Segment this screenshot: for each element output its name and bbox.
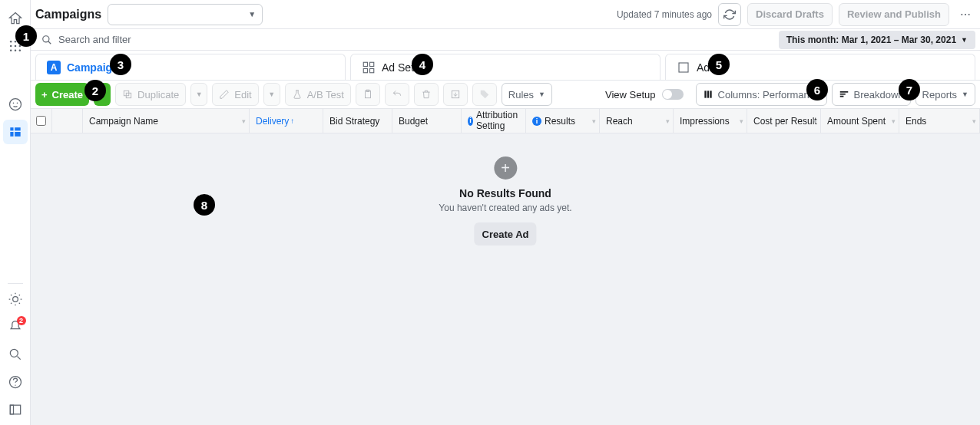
duplicate-button[interactable]: Duplicate bbox=[115, 83, 186, 106]
search-input[interactable] bbox=[58, 34, 768, 45]
search-icon bbox=[41, 35, 52, 45]
tab-ads[interactable]: Ads bbox=[665, 54, 975, 80]
updated-label: Updated 7 minutes ago bbox=[617, 9, 712, 20]
column-attribution[interactable]: iAttribution Setting bbox=[462, 109, 526, 133]
svg-point-5 bbox=[18, 45, 21, 48]
column-impressions[interactable]: Impressions▾ bbox=[674, 109, 747, 133]
discard-drafts-button[interactable]: Discard Drafts bbox=[747, 3, 833, 26]
reports-label: Reports bbox=[922, 89, 958, 100]
duplicate-dropdown[interactable]: ▼ bbox=[190, 83, 207, 106]
trash-button[interactable] bbox=[414, 83, 439, 106]
svg-rect-14 bbox=[10, 132, 13, 137]
plus-icon: + bbox=[41, 89, 48, 100]
svg-rect-26 bbox=[370, 62, 374, 66]
adsets-icon bbox=[362, 61, 376, 74]
svg-point-16 bbox=[10, 349, 18, 357]
create-dropdown[interactable]: ▼ bbox=[94, 83, 111, 106]
svg-point-4 bbox=[14, 45, 16, 48]
breakdown-dropdown[interactable]: Breakdown bbox=[832, 83, 911, 106]
breakdown-label: Breakdown bbox=[854, 89, 904, 100]
review-publish-button[interactable]: Review and Publish bbox=[839, 3, 949, 26]
svg-point-22 bbox=[965, 13, 966, 15]
column-cpr[interactable]: Cost per Result▾ bbox=[747, 109, 821, 133]
rules-dropdown[interactable]: Rules ▼ bbox=[502, 83, 552, 106]
svg-point-6 bbox=[9, 50, 11, 52]
date-range-selector[interactable]: This month: Mar 1, 2021 – Mar 30, 2021 ▼ bbox=[779, 31, 975, 49]
column-name[interactable]: Campaign Name▾ bbox=[83, 109, 250, 133]
tab-adsets-label: Ad Sets bbox=[382, 61, 419, 74]
tab-campaigns[interactable]: A Campaigns bbox=[35, 54, 346, 80]
page-title: Campaigns bbox=[35, 8, 101, 21]
column-delivery[interactable]: Delivery↑ bbox=[250, 109, 323, 133]
ads-icon bbox=[677, 61, 690, 74]
abtest-button[interactable]: A/B Test bbox=[285, 83, 351, 106]
svg-rect-20 bbox=[10, 405, 13, 414]
edit-button[interactable]: Edit bbox=[212, 83, 258, 106]
svg-rect-39 bbox=[839, 94, 845, 95]
svg-rect-38 bbox=[839, 91, 848, 93]
svg-rect-25 bbox=[363, 62, 367, 66]
column-results[interactable]: iResults▾ bbox=[526, 109, 600, 133]
column-reach[interactable]: Reach▾ bbox=[600, 109, 674, 133]
panel-icon[interactable] bbox=[3, 397, 28, 422]
rules-label: Rules bbox=[508, 89, 534, 100]
chevron-down-icon: ▼ bbox=[961, 36, 968, 44]
view-setup-toggle[interactable]: View Setup bbox=[605, 89, 684, 100]
search-nav-icon[interactable] bbox=[3, 342, 28, 367]
copy-icon bbox=[122, 89, 133, 100]
ads-manager-icon[interactable] bbox=[3, 120, 28, 144]
empty-title: No Results Found bbox=[439, 187, 571, 199]
tab-campaigns-label: Campaigns bbox=[67, 61, 124, 74]
settings-icon[interactable] bbox=[3, 287, 28, 311]
svg-point-8 bbox=[18, 50, 21, 52]
create-ad-button[interactable]: Create Ad bbox=[475, 222, 537, 245]
svg-point-3 bbox=[9, 45, 11, 48]
tab-adsets[interactable]: Ad Sets bbox=[350, 54, 661, 80]
flask-icon bbox=[292, 89, 303, 100]
svg-rect-36 bbox=[707, 91, 708, 97]
columns-label: Columns: Performance bbox=[718, 89, 820, 100]
create-button[interactable]: + Create bbox=[35, 83, 89, 106]
columns-dropdown[interactable]: Columns: Performance bbox=[696, 83, 827, 106]
apps-icon[interactable] bbox=[3, 34, 28, 58]
refresh-button[interactable] bbox=[718, 3, 741, 26]
svg-point-2 bbox=[18, 41, 21, 43]
svg-rect-12 bbox=[10, 127, 13, 130]
svg-point-9 bbox=[9, 99, 21, 110]
column-ends[interactable]: Ends▾ bbox=[899, 109, 980, 133]
reports-dropdown[interactable]: Reports ▼ bbox=[915, 83, 975, 106]
account-selector[interactable]: ▼ bbox=[108, 4, 263, 25]
svg-rect-27 bbox=[363, 68, 367, 72]
more-button[interactable] bbox=[955, 3, 975, 26]
column-bid[interactable]: Bid Strategy bbox=[323, 109, 392, 133]
tab-ads-label: Ads bbox=[697, 61, 715, 74]
help-icon[interactable] bbox=[3, 370, 28, 394]
svg-point-23 bbox=[968, 13, 970, 15]
column-budget[interactable]: Budget bbox=[392, 109, 462, 133]
plus-circle-icon: + bbox=[494, 156, 517, 180]
svg-rect-40 bbox=[839, 96, 843, 97]
svg-point-0 bbox=[9, 41, 11, 43]
chevron-down-icon: ▼ bbox=[962, 91, 968, 98]
chevron-down-icon: ▼ bbox=[538, 91, 545, 98]
home-icon[interactable] bbox=[3, 6, 28, 31]
svg-rect-37 bbox=[710, 91, 711, 97]
svg-rect-13 bbox=[15, 127, 20, 130]
toggle-switch[interactable] bbox=[662, 89, 684, 100]
svg-rect-35 bbox=[704, 91, 706, 97]
breakdown-icon bbox=[839, 89, 849, 100]
svg-point-11 bbox=[16, 103, 18, 104]
edit-dropdown[interactable]: ▼ bbox=[263, 83, 280, 106]
notifications-icon[interactable] bbox=[3, 315, 28, 339]
svg-rect-15 bbox=[15, 132, 20, 137]
clipboard-button[interactable] bbox=[356, 83, 380, 106]
edit-label: Edit bbox=[234, 89, 251, 100]
undo-button[interactable] bbox=[385, 83, 409, 106]
column-spent[interactable]: Amount Spent▾ bbox=[821, 109, 899, 133]
face-icon[interactable] bbox=[3, 92, 28, 117]
tag-button[interactable] bbox=[472, 83, 497, 106]
columns-icon bbox=[703, 89, 713, 100]
empty-subtitle: You haven't created any ads yet. bbox=[439, 203, 571, 213]
export-button[interactable] bbox=[443, 83, 468, 106]
select-all-checkbox[interactable] bbox=[31, 109, 52, 133]
